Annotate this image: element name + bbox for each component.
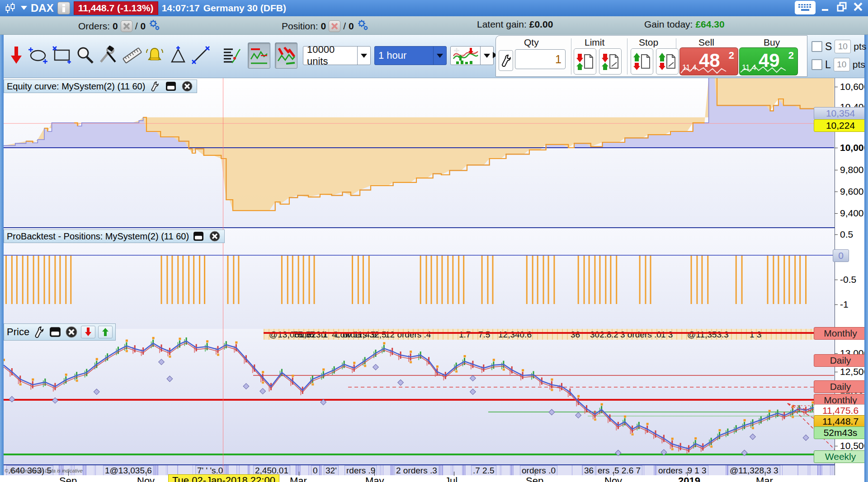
line-chart-mode-button[interactable]: [248, 42, 270, 69]
execution-annotation: @11,328.3 3: [728, 465, 780, 476]
execution-tick: [463, 465, 464, 475]
positions-close-icon[interactable]: [208, 230, 222, 242]
execution-tick: [83, 465, 84, 475]
position-settings-gear-icon[interactable]: [357, 19, 368, 33]
units-dropdown[interactable]: 10000 units: [303, 46, 371, 65]
price-axis-badge: Monthly: [814, 327, 867, 340]
time-axis[interactable]: [0, 475, 868, 482]
equity-window-icon[interactable]: [164, 80, 178, 92]
ellipse-tool[interactable]: [27, 42, 49, 68]
execution-annotation: orders .0: [520, 465, 557, 476]
execution-tick: [465, 465, 466, 475]
limit-points-checkbox[interactable]: [811, 59, 822, 70]
execution-tick: [248, 465, 249, 475]
execution-tick: [296, 465, 297, 475]
instrument-dropdown-icon[interactable]: [21, 4, 27, 12]
execution-tick: [833, 465, 833, 475]
orders-settings-gear-icon[interactable]: [148, 19, 160, 33]
indicator-list-icon[interactable]: [221, 42, 242, 68]
buy-marker-arrow-icon[interactable]: [98, 326, 113, 338]
execution-tick: [157, 465, 158, 475]
tools-icon[interactable]: [97, 42, 118, 68]
sell-button[interactable]: 11,4 48 2: [679, 47, 738, 75]
candlestick-mode-button[interactable]: [275, 42, 297, 69]
window-border-right[interactable]: [864, 16, 868, 482]
execution-tick: [820, 465, 821, 475]
buy-button[interactable]: 11,4 49 2: [739, 47, 798, 75]
timeframe-dropdown[interactable]: 1 hour: [374, 46, 447, 65]
chart-style-dropdown-arrow-icon: [480, 47, 493, 65]
positions-panel-header[interactable]: ProBacktest - Positions: MySystem(2) (11…: [4, 229, 225, 243]
close-position-icon[interactable]: [329, 20, 340, 32]
triangle-pattern-tool[interactable]: [167, 42, 189, 68]
price-window-icon[interactable]: [48, 326, 62, 338]
execution-tick: [238, 465, 238, 475]
close-icon[interactable]: [853, 1, 863, 14]
stop-order-button-1[interactable]: [631, 48, 653, 75]
execution-tick: [809, 465, 809, 475]
title-bar[interactable]: DAX 11,448.7 (-1.13%) 14:07:17 Germany 3…: [0, 0, 868, 16]
cancel-orders-icon[interactable]: [121, 20, 132, 32]
price-close-icon[interactable]: [65, 326, 78, 338]
equity-axis-tick: [835, 170, 838, 170]
restore-icon[interactable]: [836, 1, 847, 14]
sell-price-prefix: 11,4: [682, 63, 697, 72]
limit-order-button-1[interactable]: [574, 48, 596, 75]
minimize-icon[interactable]: [821, 2, 831, 14]
sell-header: Sell: [698, 37, 714, 48]
chart-style-button[interactable]: [450, 46, 494, 65]
equity-panel-header[interactable]: Equity curve: MySystem(2) (11 60): [4, 80, 197, 93]
price-panel-header[interactable]: Price: [4, 323, 116, 341]
stop-points-row: S 10 pts: [811, 40, 866, 53]
limit-points-value[interactable]: 10: [834, 58, 850, 71]
last-price-badge: 11,448.7 (-1.13%): [74, 1, 158, 15]
ruler-tool[interactable]: [121, 42, 143, 68]
execution-tick: [155, 465, 156, 475]
equity-settings-wrench-icon[interactable]: [148, 80, 161, 92]
units-dropdown-arrow-icon: [357, 47, 370, 65]
qty-input[interactable]: [515, 49, 566, 69]
execution-tick: [393, 465, 394, 475]
positions-axis-tick: [835, 234, 838, 235]
positions-axis-label: 0.5: [840, 229, 853, 240]
latent-gain-value: £0.00: [529, 19, 553, 30]
info-icon[interactable]: [57, 2, 70, 14]
clock-time: 14:07:17: [162, 3, 200, 14]
orders-open-count: 0: [113, 21, 118, 32]
equity-axis-badge: 10,354: [814, 107, 867, 120]
zoom-tool[interactable]: [74, 42, 96, 68]
price-axis-label: 10,500: [840, 440, 868, 451]
orders-total-count: 0: [141, 21, 146, 32]
sell-arrow-tool[interactable]: [5, 42, 27, 68]
execution-tick: [177, 465, 178, 475]
trendline-tool[interactable]: [190, 42, 212, 68]
execution-tick: [821, 465, 822, 475]
time-axis-label: Mar: [756, 475, 773, 482]
price-axis-tick: [835, 353, 838, 354]
equity-axis-tick: [835, 87, 838, 87]
execution-annotation: rders .9: [344, 465, 377, 476]
instrument-symbol[interactable]: DAX: [31, 2, 54, 14]
sell-marker-arrow-icon[interactable]: [81, 326, 95, 338]
execution-tick: [654, 465, 655, 475]
instrument-name: Germany 30 (DFB): [203, 3, 286, 14]
keyboard-icon[interactable]: [795, 1, 816, 14]
positions-window-icon[interactable]: [192, 230, 205, 242]
alert-bell-icon[interactable]: [144, 42, 165, 68]
positions-axis-label: -1: [840, 299, 849, 310]
execution-annotation: ers .5 2.6 7: [596, 465, 642, 476]
order-annotation: 1 3: [661, 330, 673, 340]
execution-tick: [644, 465, 644, 475]
order-settings-wrench-icon[interactable]: [499, 50, 513, 71]
stop-points-value[interactable]: 10: [835, 40, 851, 53]
stop-points-checkbox[interactable]: [811, 41, 822, 52]
rectangle-tool[interactable]: [51, 42, 72, 68]
time-axis-label: Sep: [59, 475, 77, 482]
price-settings-wrench-icon[interactable]: [32, 326, 46, 338]
execution-tick: [392, 465, 392, 475]
limit-order-button-2[interactable]: [599, 48, 622, 75]
price-axis-tick: [835, 446, 838, 446]
stop-order-button-2[interactable]: [656, 48, 679, 75]
equity-close-icon[interactable]: [180, 80, 194, 92]
positions-axis-badge: 0: [833, 249, 849, 262]
